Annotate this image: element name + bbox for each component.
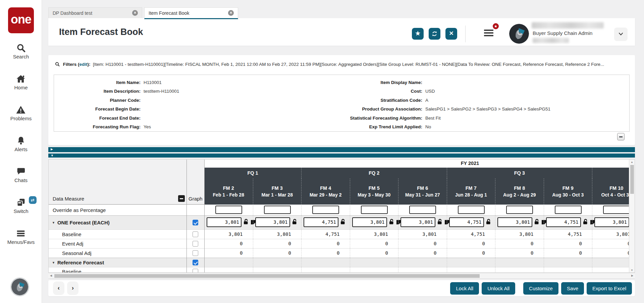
data-cell: 3,801 xyxy=(204,230,253,239)
footer-button-customize[interactable]: Customize xyxy=(523,282,558,295)
user-avatar[interactable] xyxy=(509,24,529,44)
sidebar-avatar[interactable] xyxy=(10,277,29,296)
forecast-input[interactable]: 3,801 xyxy=(352,217,387,227)
robot-avatar-image xyxy=(509,24,529,44)
footer-button-unlock-all[interactable]: Unlock All xyxy=(482,282,515,295)
quarter-header-fq-3: FQ 3 xyxy=(447,168,592,178)
unlock-icon[interactable] xyxy=(534,218,540,225)
sidebar-item-alerts[interactable]: Alerts xyxy=(14,136,27,152)
forecast-input[interactable]: 3,801 xyxy=(497,217,532,227)
forecast-input[interactable]: 3,801 xyxy=(594,217,629,227)
forecast-input[interactable]: 4,751 xyxy=(546,217,581,227)
sidebar-item-home[interactable]: Home xyxy=(14,74,28,90)
splitter-bar[interactable]: ▼ xyxy=(48,154,635,158)
previous-page-button[interactable]: ‹ xyxy=(53,282,64,295)
robot-avatar-image xyxy=(11,278,28,295)
tab-item-forecast-book[interactable]: Item Forecast Book× xyxy=(144,7,238,19)
forecast-input[interactable]: 4,751 xyxy=(304,217,338,227)
sidebar-item-search[interactable]: Search xyxy=(13,43,29,59)
user-menu-button[interactable] xyxy=(614,28,628,41)
graph-checkbox[interactable] xyxy=(193,231,198,237)
splitter-bar-collapsed[interactable]: ▶ xyxy=(48,147,635,152)
detail-value: USD xyxy=(425,89,435,94)
vertical-scroll-thumb[interactable] xyxy=(630,165,634,194)
horizontal-scroll-thumb[interactable] xyxy=(54,274,480,278)
page-header: Item Forecast Book ★ ✕ ★ Buy xyxy=(48,18,635,46)
hamburger-icon xyxy=(484,30,493,31)
tab-close-icon[interactable]: × xyxy=(132,10,138,16)
unlock-icon[interactable] xyxy=(388,218,395,225)
forecast-input[interactable]: 4,751 xyxy=(449,217,484,227)
graph-checkbox[interactable] xyxy=(193,269,198,273)
collapse-triangle-icon[interactable]: ▼ xyxy=(52,261,55,264)
detail-label: Cost: xyxy=(291,89,422,94)
data-cell xyxy=(544,205,592,215)
unlock-icon[interactable] xyxy=(243,218,250,225)
sidebar-item-chats[interactable]: Chats xyxy=(14,167,28,183)
override-input[interactable] xyxy=(312,206,339,214)
month-header-fm-10: FM 10Oct 4 - Oct 31 xyxy=(592,178,630,205)
favorite-button[interactable]: ★ xyxy=(412,28,424,40)
footer-button-save[interactable]: Save xyxy=(561,282,584,295)
refresh-button[interactable] xyxy=(429,28,440,40)
scroll-left-arrow[interactable]: ◀ xyxy=(49,273,53,278)
graph-checkbox[interactable] xyxy=(193,241,198,247)
footer-bar: ‹ › Lock AllUnlock AllCustomizeSaveExpor… xyxy=(48,280,635,296)
item-details-box: Item Name:H110001Item Description:testIt… xyxy=(54,75,630,132)
detail-label: Exp Trend Limit Applied: xyxy=(291,124,422,129)
footer-button-lock-all[interactable]: Lock All xyxy=(450,282,479,295)
next-page-button[interactable]: › xyxy=(67,282,78,295)
forecast-input[interactable]: 3,801 xyxy=(207,217,241,227)
graph-checkbox[interactable] xyxy=(193,250,198,256)
detail-label: Statistical Forecasting Algorithm: xyxy=(291,116,422,121)
month-label: FM 2 xyxy=(223,185,234,191)
sidebar-item-problems[interactable]: Problems xyxy=(10,105,32,121)
month-label: FM 6 xyxy=(417,185,428,191)
override-input[interactable] xyxy=(603,206,630,214)
switch-badge[interactable]: ⇄ xyxy=(29,196,37,204)
horizontal-scrollbar[interactable]: ◀ ▶ xyxy=(48,273,635,279)
override-input[interactable] xyxy=(458,206,485,214)
scroll-down-arrow[interactable]: ▼ xyxy=(629,268,635,273)
graph-checkbox[interactable] xyxy=(193,220,198,225)
footer-button-export-to-excel[interactable]: Export to Excel xyxy=(587,282,632,295)
unlock-icon[interactable] xyxy=(291,218,298,225)
override-input[interactable] xyxy=(555,206,582,214)
sidebar-item-menus[interactable]: Menus/Favs xyxy=(7,228,35,245)
tab-dp-dashboard-test[interactable]: DP Dashboard test× xyxy=(48,7,142,18)
data-cell: 4,751 xyxy=(301,216,350,229)
one-logo[interactable]: one xyxy=(8,7,34,33)
fiscal-month-row: FM 2Feb 1 - Feb 28FM 3Mar 1 - Mar 28FM 4… xyxy=(204,178,630,205)
vertical-scrollbar[interactable]: ▲ ▼ xyxy=(629,160,635,273)
collapse-measures-button[interactable] xyxy=(178,195,185,202)
forecast-input[interactable]: 3,801 xyxy=(400,217,435,227)
filters-edit-link[interactable]: edit xyxy=(79,62,88,67)
unlock-icon[interactable] xyxy=(582,218,589,225)
data-cell xyxy=(447,258,495,267)
data-cell: 4,751 xyxy=(447,216,495,229)
override-input[interactable] xyxy=(264,206,291,214)
sidebar-item-label: Menus/Favs xyxy=(7,239,35,245)
override-input[interactable] xyxy=(215,206,242,214)
unlock-icon[interactable] xyxy=(437,218,443,225)
sidebar: one SearchHomeProblemsAlertsChats⇄Switch… xyxy=(0,0,42,303)
data-cell: 0 xyxy=(544,239,592,248)
scroll-up-arrow[interactable]: ▲ xyxy=(629,160,635,165)
override-input[interactable] xyxy=(361,206,388,214)
detail-row-forecasting-run-flag: Forecasting Run Flag:Yes xyxy=(57,123,291,132)
close-page-button[interactable]: ✕ xyxy=(445,28,457,40)
tab-close-icon[interactable]: × xyxy=(228,10,234,16)
graph-checkbox[interactable] xyxy=(193,260,198,265)
scroll-right-arrow[interactable]: ▶ xyxy=(630,273,635,278)
override-input[interactable] xyxy=(409,206,436,214)
data-cell: 0 xyxy=(592,239,630,248)
sidebar-item-switch[interactable]: ⇄Switch xyxy=(13,198,28,214)
collapse-details-button[interactable] xyxy=(617,133,625,140)
unlock-icon[interactable] xyxy=(485,218,492,225)
override-input[interactable] xyxy=(506,206,533,214)
notifications-menu-button[interactable] xyxy=(484,30,493,38)
unlock-icon[interactable] xyxy=(340,218,346,225)
month-range: Aug 2 - Aug 29 xyxy=(503,192,536,198)
forecast-input[interactable]: 3,801 xyxy=(255,217,290,227)
collapse-triangle-icon[interactable]: ▼ xyxy=(52,221,55,224)
